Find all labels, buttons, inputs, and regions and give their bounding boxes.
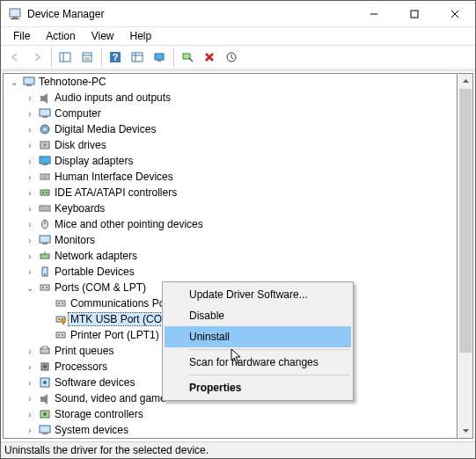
menu-help[interactable]: Help [123,28,159,44]
view-button[interactable] [149,47,170,67]
expand-arrow-icon[interactable]: › [23,125,37,135]
category-display[interactable]: ›Display adapters [4,153,457,169]
category-mouse[interactable]: ›Mice and other pointing devices [4,216,457,232]
help-button[interactable]: ? [105,47,126,67]
category-label: Storage controllers [53,408,145,420]
hid-icon [37,170,53,184]
uninstall-button[interactable] [199,47,220,67]
maximize-button[interactable] [394,1,435,26]
expand-arrow-icon[interactable]: › [23,267,37,277]
ports-icon [37,280,53,295]
menu-action[interactable]: Action [39,28,82,44]
svg-rect-48 [40,254,49,259]
show-hide-tree-button[interactable] [55,47,76,67]
port-icon [53,296,69,310]
computer-icon [21,75,37,89]
show-hidden-button[interactable] [127,47,148,67]
scroll-down-button[interactable] [458,423,472,438]
update-driver-button[interactable] [221,47,242,67]
expand-arrow-icon[interactable]: › [23,410,37,419]
expand-arrow-icon[interactable]: › [23,204,37,214]
category-label: Portable Devices [53,266,136,278]
media-icon [37,122,53,136]
category-ide[interactable]: ›IDE ATA/ATAPI controllers [4,185,457,200]
menu-file[interactable]: File [6,28,37,44]
svg-rect-52 [40,285,49,290]
expand-arrow-icon[interactable]: › [23,236,37,245]
expand-arrow-icon[interactable]: › [23,251,37,261]
svg-point-64 [62,334,63,336]
scan-hardware-button[interactable] [177,47,198,67]
window-title: Device Manager [27,8,354,20]
port-icon [53,328,69,342]
svg-rect-38 [40,190,49,195]
context-menu-item[interactable]: Update Driver Software... [165,284,351,305]
svg-rect-28 [42,116,48,118]
expand-arrow-icon[interactable]: › [23,188,37,198]
category-audio[interactable]: ›Audio inputs and outputs [4,90,457,106]
svg-point-70 [43,381,47,384]
category-keyboard[interactable]: ›Keyboards [4,200,457,216]
print-icon [37,344,53,358]
svg-rect-62 [56,332,65,338]
mouse-cursor-icon [231,348,245,366]
category-system[interactable]: ›System devices [4,422,457,438]
category-label: Keyboards [53,202,106,215]
scroll-thumb[interactable] [459,89,472,353]
menu-view[interactable]: View [84,28,121,44]
vertical-scrollbar[interactable] [458,73,473,439]
category-label: Network adapters [53,250,139,262]
svg-rect-1 [12,17,18,18]
expand-arrow-icon[interactable]: › [23,109,37,119]
scroll-up-button[interactable] [458,74,472,89]
back-button[interactable] [4,47,26,67]
storage-icon [37,407,53,421]
svg-rect-34 [42,164,48,165]
collapse-arrow-icon[interactable]: ⌄ [7,77,21,87]
toolbar-separator [101,47,102,67]
root-node[interactable]: ⌄ Tehnotone-PC [4,74,457,90]
minimize-button[interactable] [354,1,394,26]
category-monitor[interactable]: ›Monitors [4,232,457,248]
category-label: Monitors [53,234,97,246]
expand-arrow-icon[interactable]: › [23,220,37,230]
svg-rect-41 [40,206,50,211]
expand-arrow-icon[interactable]: › [23,93,37,103]
expand-arrow-icon[interactable]: › [23,394,37,404]
svg-text:?: ? [113,52,119,62]
category-disk[interactable]: ›Disk drives [4,137,457,153]
context-menu-item[interactable]: Uninstall [165,326,351,347]
context-menu-separator [189,349,350,350]
root-label: Tehnotone-PC [37,76,108,88]
expand-arrow-icon[interactable]: › [23,378,37,388]
category-label: Digital Media Devices [53,123,157,135]
svg-rect-75 [42,433,48,434]
close-button[interactable] [435,1,475,26]
expand-arrow-icon[interactable]: › [23,141,37,150]
expand-arrow-icon[interactable]: › [23,426,37,435]
expand-arrow-icon[interactable]: › [23,172,37,182]
category-label: Display adapters [53,155,135,167]
category-hid[interactable]: ›Human Interface Devices [4,169,457,185]
port-icon-warning: ! [53,312,69,326]
svg-point-51 [44,273,46,275]
expand-arrow-icon[interactable]: › [23,362,37,372]
collapse-arrow-icon[interactable]: ⌄ [23,283,37,293]
category-computer[interactable]: ›Computer [4,106,457,121]
context-menu-item[interactable]: Properties [165,377,351,398]
expand-arrow-icon[interactable]: › [23,157,37,166]
category-portable[interactable]: ›Portable Devices [4,264,457,280]
expand-arrow-icon[interactable]: › [23,346,37,356]
context-menu-item[interactable]: Scan for hardware changes [165,352,351,373]
forward-button[interactable] [26,47,48,67]
category-media[interactable]: ›Digital Media Devices [4,121,457,137]
scroll-track[interactable] [458,89,472,423]
window-controls [354,1,475,26]
context-menu-separator [189,375,350,375]
context-menu-item[interactable]: Disable [165,305,351,326]
category-network[interactable]: ›Network adapters [4,248,457,264]
properties-button[interactable] [77,47,98,67]
category-storage[interactable]: ›Storage controllers [4,406,457,422]
svg-rect-26 [40,96,44,101]
monitor-icon [37,233,53,247]
